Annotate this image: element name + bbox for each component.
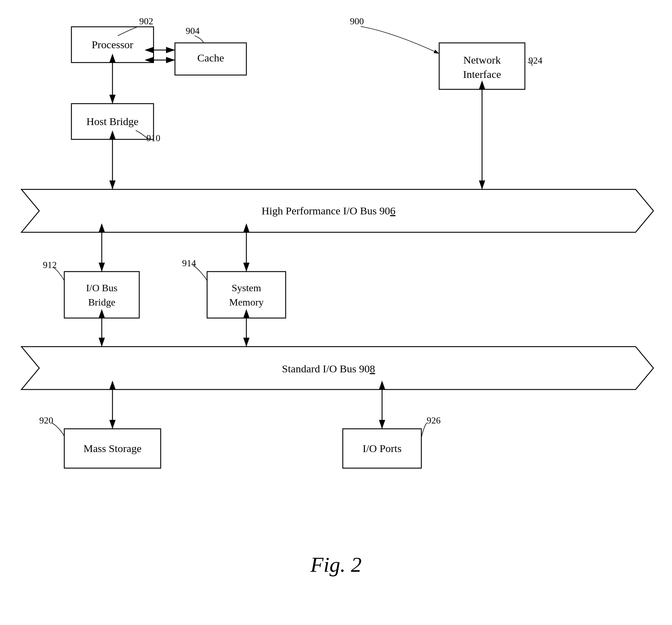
ref-902: 902	[139, 16, 153, 26]
hp-bus-label: High Performance I/O Bus 906	[262, 205, 396, 217]
mass-storage-label: Mass Storage	[84, 442, 141, 454]
diagram-svg: Processor Cache Host Bridge Network Inte…	[0, 0, 672, 625]
ref-904: 904	[186, 26, 200, 36]
host-bridge-label: Host Bridge	[86, 115, 139, 127]
ref-926-line	[421, 423, 427, 438]
ref-920: 920	[39, 415, 53, 426]
network-interface-label1: Network	[463, 54, 501, 66]
io-ports-label: I/O Ports	[362, 442, 401, 454]
diagram-container: Processor Cache Host Bridge Network Inte…	[0, 0, 672, 625]
ref-914: 914	[182, 258, 196, 268]
ref-926: 926	[427, 415, 441, 426]
ref-900: 900	[350, 16, 364, 26]
fig-label: Fig. 2	[310, 553, 361, 576]
network-interface-box	[439, 43, 525, 89]
cache-label: Cache	[197, 52, 224, 64]
ref-900-line	[361, 26, 439, 54]
processor-label: Processor	[92, 39, 134, 50]
io-bus-bridge-label1: I/O Bus	[86, 282, 117, 293]
system-memory-label2: Memory	[229, 297, 264, 308]
ref-920-line	[52, 423, 64, 436]
network-interface-label2: Interface	[463, 68, 501, 80]
system-memory-box	[207, 272, 286, 318]
ref-910: 910	[146, 133, 160, 143]
io-bus-bridge-box	[64, 272, 139, 318]
io-bus-bridge-label2: Bridge	[88, 297, 115, 308]
ref-924: 924	[528, 55, 542, 66]
std-bus-label: Standard I/O Bus 908	[282, 363, 375, 374]
system-memory-label1: System	[232, 282, 261, 293]
ref-904-line	[195, 36, 204, 43]
